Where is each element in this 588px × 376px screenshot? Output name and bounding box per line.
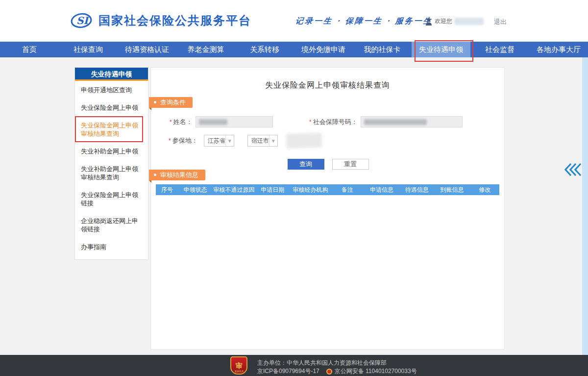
required-marker: * <box>309 119 312 125</box>
location-field-group: * 参保地： 江苏省 ▼ 宿迁市 ▼ <box>169 133 322 148</box>
col-agency: 审核经办机构 <box>290 186 331 194</box>
government-badge-icon: 审 党政机关 <box>230 356 247 375</box>
police-badge-icon <box>326 369 332 375</box>
sidebar-item-subsidy-apply[interactable]: 失业补助金网上申领 <box>75 142 148 160</box>
footer-records: 京ICP备09079694号-17 京公网安备 11040102700033号 <box>257 367 417 376</box>
collapse-chevrons-icon[interactable] <box>564 162 582 179</box>
col-reject-reason: 审核不通过原因 <box>213 186 256 194</box>
name-field-group: * 姓名： <box>170 116 273 127</box>
nav-item-local-halls[interactable]: 各地办事大厅 <box>529 42 588 57</box>
logo-si-icon: SI <box>70 12 93 29</box>
page-title: 失业保险金网上申领审核结果查询 <box>151 80 504 91</box>
sidebar-item-insurance-result-query[interactable]: 失业保险金网上申领审核结果查询 <box>75 116 143 142</box>
ssn-value-redacted <box>364 119 427 125</box>
chevron-down-icon: ▼ <box>225 135 234 146</box>
ssn-input[interactable] <box>361 116 463 127</box>
nav-item-social-card[interactable]: 我的社保卡 <box>353 42 412 57</box>
user-icon <box>425 18 432 25</box>
name-label: 姓名： <box>173 118 193 126</box>
sidebar-item-region-query[interactable]: 申领开通地区查询 <box>75 81 148 99</box>
sidebar: 失业待遇申领 申领开通地区查询 失业保险金网上申领 失业保险金网上申领审核结果查… <box>74 67 148 260</box>
nav-item-overseas[interactable]: 境外免缴申请 <box>294 42 353 57</box>
user-info: 欢迎您 <box>425 17 484 25</box>
col-benefit-info: 待遇信息 <box>400 186 434 194</box>
sidebar-item-subsidy-result-query[interactable]: 失业补助金网上申领审核结果查询 <box>75 160 148 186</box>
sidebar-item-guide[interactable]: 办事指南 <box>75 238 148 255</box>
required-marker: * <box>169 137 171 144</box>
sidebar-item-apply-link[interactable]: 失业保险金网上申领链接 <box>75 186 148 212</box>
header: SI 国家社会保险公共服务平台 记录一生 · 保障一生 · 服务一生 欢迎您 退… <box>0 0 588 42</box>
city-value: 宿迁市 <box>251 137 269 145</box>
col-apply-info: 申请信息 <box>364 186 400 194</box>
city-select[interactable]: 宿迁市 ▼ <box>247 135 278 147</box>
nav-item-supervision[interactable]: 社会监督 <box>470 42 529 57</box>
logo[interactable]: SI 国家社会保险公共服务平台 <box>70 12 251 29</box>
slogan: 记录一生 · 保障一生 · 服务一生 <box>295 16 433 26</box>
nav-item-home[interactable]: 首页 <box>0 42 59 57</box>
location-label: 参保地： <box>172 136 198 145</box>
ssn-field-group: * 社会保障号码： <box>309 116 463 127</box>
required-marker: * <box>170 119 172 125</box>
main-nav: 首页 社保查询 待遇资格认证 养老金测算 关系转移 境外免缴申请 我的社保卡 失… <box>0 42 588 57</box>
badge-text: 党政机关 <box>234 370 244 373</box>
username-redacted <box>454 18 484 25</box>
col-payment-info: 到账信息 <box>434 186 470 194</box>
reset-button[interactable]: 重置 <box>332 159 369 170</box>
svg-text:SI: SI <box>76 15 90 26</box>
section-label-result: 审核结果信息 <box>149 170 205 180</box>
right-side-strip <box>582 57 588 355</box>
badge-emblem-icon: 审 <box>236 362 243 369</box>
nav-item-qualification[interactable]: 待遇资格认证 <box>118 42 176 57</box>
col-serial: 序号 <box>156 186 178 194</box>
page: SI 国家社会保险公共服务平台 记录一生 · 保障一生 · 服务一生 欢迎您 退… <box>0 0 588 376</box>
footer-organizer: 主办单位：中华人民共和国人力资源和社会保障部 <box>257 359 387 367</box>
province-select[interactable]: 江苏省 ▼ <box>204 135 234 147</box>
name-input[interactable] <box>196 116 273 127</box>
chevron-down-icon: ▼ <box>269 135 277 146</box>
nav-item-transfer[interactable]: 关系转移 <box>235 42 294 57</box>
nav-item-unemployment-benefit[interactable]: 失业待遇申领 <box>412 42 470 57</box>
nav-item-shebao-query[interactable]: 社保查询 <box>59 42 118 57</box>
query-button[interactable]: 查询 <box>288 159 324 170</box>
main-panel: 失业保险金网上申领审核结果查询 查询条件 * 姓名： * 社会保障号码： * 参… <box>150 67 505 350</box>
col-modify: 修改 <box>470 186 499 194</box>
nav-item-pension-calc[interactable]: 养老金测算 <box>176 42 235 57</box>
sidebar-item-enterprise-refund-link[interactable]: 企业稳岗返还网上申领链接 <box>75 212 148 238</box>
district-area-redacted <box>286 133 322 149</box>
province-value: 江苏省 <box>208 137 225 145</box>
col-status: 申领状态 <box>178 186 213 194</box>
ssn-label: 社会保障号码： <box>313 118 358 126</box>
name-value-redacted <box>199 119 227 125</box>
logout-button[interactable]: 退出 <box>494 18 507 26</box>
sidebar-item-insurance-apply[interactable]: 失业保险金网上申领 <box>75 99 148 116</box>
section-label-query: 查询条件 <box>149 97 193 108</box>
icp-number[interactable]: 京ICP备09079694号-17 <box>257 367 319 376</box>
welcome-label: 欢迎您 <box>435 17 452 25</box>
col-apply-date: 申请日期 <box>255 186 290 194</box>
site-title: 国家社会保险公共服务平台 <box>98 13 251 28</box>
sidebar-title: 失业待遇申领 <box>75 68 148 81</box>
col-remark: 备注 <box>331 186 364 194</box>
police-number[interactable]: 京公网安备 11040102700033号 <box>335 367 417 376</box>
button-row: 查询 重置 <box>151 159 505 170</box>
footer: 审 党政机关 主办单位：中华人民共和国人力资源和社会保障部 京ICP备09079… <box>0 355 588 376</box>
results-table-header: 序号 申领状态 审核不通过原因 申请日期 审核经办机构 备注 申请信息 待遇信息… <box>156 184 499 195</box>
